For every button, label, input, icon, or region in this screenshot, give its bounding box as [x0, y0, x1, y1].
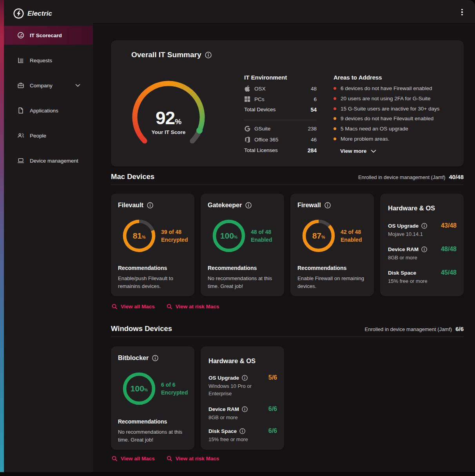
search-icon	[112, 304, 118, 309]
windows-links-row: View all Macs View at risk Macs	[112, 456, 219, 462]
search-icon	[167, 456, 172, 462]
info-icon[interactable]	[242, 375, 248, 381]
lightning-bolt-icon	[13, 8, 24, 19]
bitblocker-stat: 6 of 6 Encrypted	[161, 371, 193, 407]
recommendations-text: Enable/push Filevault to remainins devic…	[118, 275, 189, 290]
it-environment: IT Environment OSX 48 PCs 6 Total Device…	[244, 74, 317, 81]
sidebar-item-it-scorecard[interactable]: IT Scorecard	[4, 26, 93, 45]
filevault-card: Filevault 81% 39 of 48 Encrypted Recomme…	[111, 194, 194, 296]
info-icon[interactable]	[242, 406, 248, 412]
firewall-card: Firewall 87% 42 of 48 Enabled Recommenda…	[290, 194, 374, 296]
firewall-ring: 87%	[301, 218, 337, 254]
card-title: Bitblocker	[118, 355, 149, 362]
device-ram-stat: Device RAM 48/48 8GB or more	[388, 246, 457, 262]
search-icon	[167, 304, 172, 309]
sidebar-item-label: Applications	[30, 108, 58, 114]
recommendations-title: Recommendations	[118, 418, 167, 425]
summary-title: Overall IT Summary	[131, 51, 201, 59]
it-environment-title: IT Environment	[244, 74, 317, 81]
sidebar-item-requests[interactable]: Requests	[4, 51, 93, 70]
info-icon[interactable]	[147, 202, 153, 208]
section-divider	[111, 185, 464, 185]
gatekeeper-ring: 100%	[211, 218, 247, 254]
recommendations-text: No recommendations at this time. Great j…	[118, 428, 189, 444]
env-label: GSuite	[254, 126, 270, 132]
gatekeeper-card: Gatekeeper 100% 48 of 48 Enabled Recomme…	[201, 194, 284, 296]
disk-space-stat: Disk Space 6/6 15% free or more	[208, 427, 277, 443]
sidebar-item-label: Requests	[30, 58, 52, 63]
view-all-macs-link[interactable]: View all Macs	[112, 304, 155, 309]
recommendations-title: Recommendations	[297, 265, 346, 271]
info-icon[interactable]	[325, 202, 331, 208]
hardware-os-title: Hardware & OS	[388, 205, 435, 212]
windows-icon	[244, 96, 250, 103]
people-icon	[17, 132, 24, 139]
gsuite-icon	[244, 125, 250, 132]
env-divider	[244, 120, 317, 120]
mac-devices-title: Mac Devices	[111, 172, 154, 181]
view-more-button[interactable]: View more	[340, 148, 376, 154]
app-logo[interactable]: Electric	[13, 8, 52, 19]
sidebar-item-label: People	[30, 133, 46, 139]
list-icon	[17, 57, 24, 64]
total-licenses-row: Total Licenses 284	[244, 147, 317, 154]
info-icon[interactable]	[421, 223, 427, 229]
app-logo-text: Electric	[27, 10, 52, 18]
filevault-ring: 81%	[121, 218, 157, 254]
briefcase-icon	[17, 82, 24, 89]
windows-devices-header: Windows Devices Enrolled in device manag…	[111, 324, 464, 333]
mac-hardware-os-card: Hardware & OS OS Upgrade 43/48 Mojave 10…	[380, 194, 464, 296]
main-content: Overall IT Summary	[93, 23, 475, 472]
it-score-value: 92%	[156, 109, 181, 127]
mac-devices-header: Mac Devices Enrolled in device managemen…	[111, 172, 464, 181]
recommendations-title: Recommendations	[208, 265, 257, 271]
info-icon[interactable]	[205, 52, 212, 58]
info-icon[interactable]	[421, 246, 427, 252]
view-all-macs-link[interactable]: View all Macs	[112, 456, 155, 462]
hardware-os-title: Hardware & OS	[208, 357, 256, 365]
card-title: Gatekeeper	[208, 202, 242, 209]
env-value: 46	[311, 137, 317, 143]
recommendations-text: Enable Firewall on remaining devices.	[297, 275, 369, 290]
sidebar: Electric IT Scorecard Requests Company A…	[4, 0, 93, 472]
os-upgrade-stat: OS Upgrade 43/48 Mojave 10.14.1	[388, 222, 457, 238]
it-score-gauge: 92% Your IT Score	[125, 78, 212, 160]
orange-bullet	[334, 138, 336, 140]
view-at-risk-macs-link[interactable]: View at risk Macs	[167, 456, 219, 462]
device-ram-stat: Device RAM 6/6 8GB or more	[208, 405, 277, 422]
area-item: More problem areas.	[334, 136, 460, 142]
env-row-office365: Office 365 46	[244, 136, 317, 143]
area-item: 20 users are not using 2FA for G-Suite	[334, 95, 460, 101]
mac-enrolled: Enrolled in device management (Jamf) 40/…	[358, 174, 464, 180]
windows-hardware-os-card: Hardware & OS OS Upgrade 5/6 Windows 10 …	[201, 346, 284, 450]
search-icon	[112, 456, 118, 462]
filevault-stat: 39 of 48 Encrypted	[161, 218, 193, 254]
info-icon[interactable]	[152, 355, 158, 361]
mac-links-row: View all Macs View at risk Macs	[112, 304, 219, 309]
sidebar-item-applications[interactable]: Applications	[4, 101, 93, 120]
disk-space-stat: Disk Space 45/48 15% free or more	[388, 269, 457, 285]
red-bullet	[334, 107, 336, 110]
sidebar-item-label: IT Scorecard	[30, 33, 62, 38]
info-icon[interactable]	[239, 428, 245, 434]
orange-bullet	[334, 127, 336, 130]
laptop-icon	[17, 157, 24, 164]
env-row-pcs: PCs 6	[244, 96, 317, 102]
env-value: 48	[311, 86, 317, 92]
sidebar-item-people[interactable]: People	[4, 126, 93, 145]
kebab-menu-icon[interactable]	[459, 9, 465, 15]
recommendations-text: No recommendations at this time. Great j…	[208, 275, 279, 290]
view-at-risk-macs-link[interactable]: View at risk Macs	[167, 304, 219, 309]
info-icon[interactable]	[245, 202, 252, 208]
red-bullet	[334, 97, 336, 100]
env-row-osx: OSX 48	[244, 85, 317, 92]
top-bar	[93, 0, 475, 23]
env-row-gsuite: GSuite 238	[244, 125, 317, 132]
card-title: Filevault	[118, 202, 143, 209]
env-label: OSX	[254, 86, 266, 92]
gatekeeper-stat: 48 of 48 Enabled	[251, 218, 283, 254]
sidebar-item-device-management[interactable]: Device management	[4, 151, 93, 170]
sidebar-item-company[interactable]: Company	[4, 76, 93, 95]
document-icon	[17, 107, 24, 114]
os-upgrade-stat: OS Upgrade 5/6 Windows 10 Pro or Enterpr…	[208, 374, 277, 398]
